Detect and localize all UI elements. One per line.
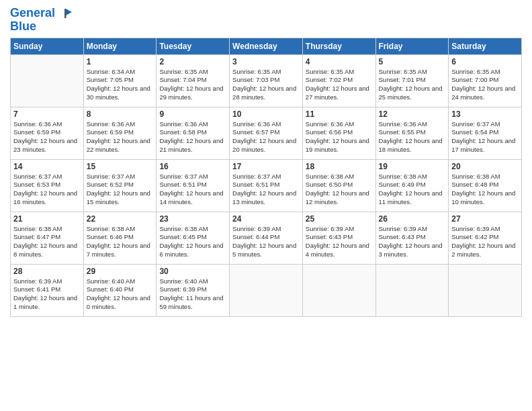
col-header-monday: Monday — [83, 38, 157, 54]
sunrise-text: Sunrise: 6:38 AM — [379, 173, 427, 180]
sunrise-text: Sunrise: 6:36 AM — [87, 120, 135, 128]
daylight-text: Daylight: 12 hours and 11 minutes. — [379, 189, 443, 205]
cell-info: Sunrise: 6:37 AMSunset: 6:52 PMDaylight:… — [87, 173, 154, 207]
sunrise-text: Sunrise: 6:38 AM — [87, 225, 135, 232]
day-number: 1 — [87, 57, 154, 66]
cell-info: Sunrise: 6:35 AMSunset: 7:00 PMDaylight:… — [451, 68, 519, 102]
day-number: 8 — [87, 109, 154, 119]
day-number: 9 — [159, 109, 226, 119]
cell-info: Sunrise: 6:37 AMSunset: 6:53 PMDaylight:… — [13, 173, 81, 207]
cell-info: Sunrise: 6:37 AMSunset: 6:51 PMDaylight:… — [159, 173, 226, 207]
header: General Blue — [10, 7, 522, 34]
daylight-text: Daylight: 11 hours and 59 minutes. — [159, 294, 223, 310]
day-number: 22 — [87, 214, 154, 224]
daylight-text: Daylight: 12 hours and 0 minutes. — [87, 294, 150, 310]
daylight-text: Daylight: 12 hours and 22 minutes. — [87, 137, 150, 153]
cell-info: Sunrise: 6:36 AMSunset: 6:56 PMDaylight:… — [306, 120, 373, 154]
sunrise-text: Sunrise: 6:39 AM — [13, 277, 62, 285]
svg-marker-0 — [66, 9, 72, 15]
sunset-text: Sunset: 6:50 PM — [306, 181, 353, 188]
sunrise-text: Sunrise: 6:37 AM — [87, 173, 135, 180]
logo-text: General — [10, 7, 72, 20]
day-number: 15 — [87, 162, 154, 171]
col-header-wednesday: Wednesday — [230, 38, 303, 54]
cell-info: Sunrise: 6:36 AMSunset: 6:59 PMDaylight:… — [87, 120, 154, 154]
sunset-text: Sunset: 6:42 PM — [451, 233, 498, 240]
sunset-text: Sunset: 6:56 PM — [306, 128, 353, 136]
calendar-cell: 27Sunrise: 6:39 AMSunset: 6:42 PMDayligh… — [449, 212, 522, 264]
cell-info: Sunrise: 6:40 AMSunset: 6:40 PMDaylight:… — [87, 277, 154, 312]
daylight-text: Daylight: 12 hours and 6 minutes. — [159, 242, 223, 258]
calendar-cell: 23Sunrise: 6:38 AMSunset: 6:45 PMDayligh… — [157, 212, 230, 264]
calendar-cell: 2Sunrise: 6:35 AMSunset: 7:04 PMDaylight… — [157, 54, 230, 107]
day-number: 30 — [159, 267, 226, 276]
calendar-cell: 4Sunrise: 6:35 AMSunset: 7:02 PMDaylight… — [302, 54, 375, 107]
day-number: 7 — [13, 109, 81, 119]
calendar-header-row: SundayMondayTuesdayWednesdayThursdayFrid… — [11, 38, 522, 54]
calendar-cell: 5Sunrise: 6:35 AMSunset: 7:01 PMDaylight… — [375, 54, 449, 107]
calendar-cell: 10Sunrise: 6:36 AMSunset: 6:57 PMDayligh… — [230, 107, 303, 159]
sunset-text: Sunset: 7:04 PM — [159, 76, 206, 83]
sunset-text: Sunset: 6:49 PM — [379, 181, 426, 188]
sunset-text: Sunset: 7:02 PM — [306, 76, 353, 83]
day-number: 21 — [13, 214, 81, 224]
sunrise-text: Sunrise: 6:39 AM — [451, 225, 500, 232]
daylight-text: Daylight: 12 hours and 21 minutes. — [159, 137, 223, 153]
sunrise-text: Sunrise: 6:35 AM — [306, 68, 354, 75]
day-number: 10 — [232, 109, 300, 119]
sunrise-text: Sunrise: 6:37 AM — [451, 120, 500, 128]
sunrise-text: Sunrise: 6:34 AM — [87, 68, 135, 75]
daylight-text: Daylight: 12 hours and 12 minutes. — [306, 189, 369, 205]
sunset-text: Sunset: 6:46 PM — [87, 233, 134, 240]
sunrise-text: Sunrise: 6:36 AM — [232, 120, 281, 128]
cell-info: Sunrise: 6:38 AMSunset: 6:47 PMDaylight:… — [13, 225, 81, 259]
sunrise-text: Sunrise: 6:36 AM — [13, 120, 62, 128]
daylight-text: Daylight: 12 hours and 24 minutes. — [451, 85, 515, 101]
cell-info: Sunrise: 6:38 AMSunset: 6:48 PMDaylight:… — [451, 173, 519, 207]
sunrise-text: Sunrise: 6:36 AM — [306, 120, 354, 128]
logo-flag-icon — [60, 7, 72, 19]
calendar-cell: 15Sunrise: 6:37 AMSunset: 6:52 PMDayligh… — [83, 159, 157, 212]
daylight-text: Daylight: 12 hours and 8 minutes. — [13, 242, 77, 258]
daylight-text: Daylight: 12 hours and 19 minutes. — [306, 137, 369, 153]
daylight-text: Daylight: 12 hours and 7 minutes. — [87, 242, 150, 258]
cell-info: Sunrise: 6:36 AMSunset: 6:59 PMDaylight:… — [13, 120, 81, 154]
sunset-text: Sunset: 6:52 PM — [87, 181, 134, 188]
calendar-cell: 9Sunrise: 6:36 AMSunset: 6:58 PMDaylight… — [157, 107, 230, 159]
calendar-cell: 18Sunrise: 6:38 AMSunset: 6:50 PMDayligh… — [302, 159, 375, 212]
daylight-text: Daylight: 12 hours and 14 minutes. — [159, 189, 223, 205]
daylight-text: Daylight: 12 hours and 3 minutes. — [379, 242, 443, 258]
sunset-text: Sunset: 6:57 PM — [232, 128, 279, 136]
sunset-text: Sunset: 7:03 PM — [232, 76, 279, 83]
cell-info: Sunrise: 6:35 AMSunset: 7:01 PMDaylight:… — [379, 68, 446, 102]
sunrise-text: Sunrise: 6:36 AM — [159, 120, 208, 128]
cell-info: Sunrise: 6:34 AMSunset: 7:05 PMDaylight:… — [87, 68, 154, 102]
cell-info: Sunrise: 6:38 AMSunset: 6:45 PMDaylight:… — [159, 225, 226, 259]
cell-info: Sunrise: 6:38 AMSunset: 6:46 PMDaylight:… — [87, 225, 154, 259]
sunset-text: Sunset: 6:44 PM — [232, 233, 279, 240]
calendar-cell: 7Sunrise: 6:36 AMSunset: 6:59 PMDaylight… — [11, 107, 84, 159]
day-number: 11 — [306, 109, 373, 119]
sunset-text: Sunset: 6:39 PM — [159, 285, 206, 293]
calendar-week-row: 28Sunrise: 6:39 AMSunset: 6:41 PMDayligh… — [11, 264, 522, 316]
sunset-text: Sunset: 6:47 PM — [13, 233, 60, 240]
sunset-text: Sunset: 6:51 PM — [159, 181, 206, 188]
calendar-cell — [11, 54, 84, 107]
sunset-text: Sunset: 6:40 PM — [87, 285, 134, 293]
svg-rect-1 — [64, 9, 66, 18]
daylight-text: Daylight: 12 hours and 5 minutes. — [232, 242, 296, 258]
day-number: 25 — [306, 214, 373, 224]
cell-info: Sunrise: 6:39 AMSunset: 6:43 PMDaylight:… — [379, 225, 446, 259]
calendar-cell — [449, 264, 522, 316]
daylight-text: Daylight: 12 hours and 29 minutes. — [159, 85, 223, 101]
cell-info: Sunrise: 6:39 AMSunset: 6:42 PMDaylight:… — [451, 225, 519, 259]
day-number: 3 — [232, 57, 300, 66]
sunset-text: Sunset: 7:01 PM — [379, 76, 426, 83]
day-number: 28 — [13, 267, 81, 276]
logo-general: General — [10, 6, 55, 19]
day-number: 19 — [379, 162, 446, 171]
day-number: 29 — [87, 267, 154, 276]
day-number: 27 — [451, 214, 519, 224]
sunset-text: Sunset: 6:43 PM — [306, 233, 353, 240]
day-number: 14 — [13, 162, 81, 171]
